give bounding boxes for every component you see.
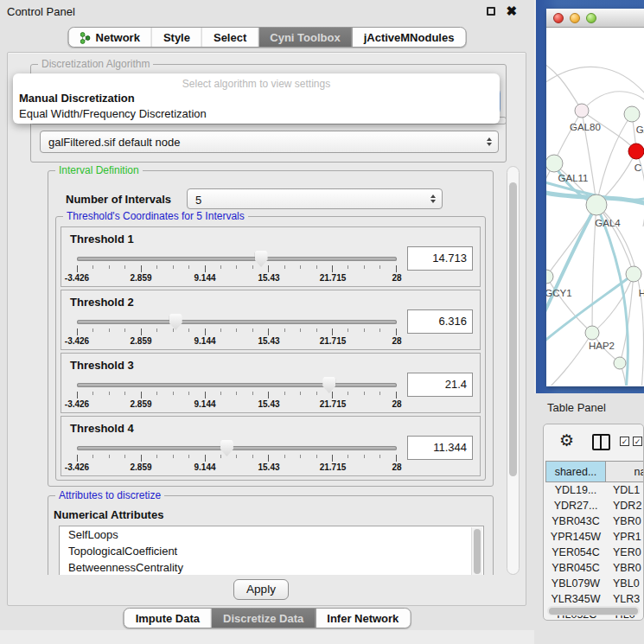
table-cell: YER054C [545,545,606,560]
checkbox-icon[interactable]: ✓ [620,437,629,446]
network-node-ga[interactable] [624,106,640,122]
network-node-hap2[interactable] [585,326,599,340]
network-edge[interactable] [546,277,592,333]
interval-definition-group-title: Interval Definition [55,166,143,176]
tab-select[interactable]: Select [202,28,258,47]
attributes-group: Attributes to discretize Numerical Attri… [48,495,494,575]
threshold-value-field[interactable]: 11.344 [407,436,473,460]
float-window-icon[interactable] [487,7,495,16]
network-edge[interactable] [596,114,632,205]
bottom-tab-label: Impute Data [136,612,200,625]
attributes-scrollbar[interactable] [471,527,482,575]
network-edge[interactable] [546,62,582,111]
threshold-slider[interactable]: -3.4262.8599.14415.4321.71528 [77,443,397,474]
table-cell: YBR0 [606,513,644,529]
tab-label: Style [163,31,190,44]
slider-track[interactable] [77,383,397,387]
algorithm-option-equal-width[interactable]: Equal Width/Frequency Discretization [13,105,500,121]
table-row[interactable]: YBR043CYBR0 [545,513,644,529]
threshold-list: Threshold 1-3.4262.8599.14415.4321.71528… [61,226,481,479]
network-node-label: GAL11 [558,173,589,183]
minimize-traffic-light-icon[interactable] [570,13,580,23]
bottom-tab-discretize-data[interactable]: Discretize Data [212,609,316,628]
tab-style[interactable]: Style [152,28,202,47]
slider-track[interactable] [77,320,397,324]
tab-jactivemnodules[interactable]: jActiveMNodules [353,28,466,47]
tab-label: Cyni Toolbox [270,31,340,44]
number-of-intervals-value: 5 [195,194,201,207]
close-traffic-light-icon[interactable] [553,13,564,23]
numerical-attributes-list[interactable]: SelfLoopsTopologicalCoefficientBetweenne… [59,526,484,575]
attribute-item-topologicalcoefficient[interactable]: TopologicalCoefficient [60,543,483,559]
table-panel-region: Table Panel ⚙ ✓ ✓ shared...naYDL19...YDL… [534,393,644,644]
network-node-gal11[interactable] [546,155,563,172]
table-row[interactable]: YDL19...YDL1 [545,482,644,498]
table-cell: YBR045C [545,560,606,576]
table-row[interactable]: YDR27...YDR2 [545,498,644,513]
slider-track[interactable] [77,257,397,261]
network-canvas[interactable]: GAL80GACGAL11GAL4GCY1HHAP2 [546,28,644,386]
bottom-tab-infer-network[interactable]: Infer Network [316,609,410,628]
tab-network[interactable]: Network [69,28,152,47]
network-node-gcy1[interactable] [546,270,553,284]
table-row[interactable]: YLR345WYLR3 [545,591,644,607]
table-cell: YDR2 [606,498,644,513]
threshold-value-field[interactable]: 14.713 [407,246,473,271]
number-of-intervals-combobox[interactable]: 5 [187,188,443,209]
interval-definition-group: Interval Definition Number of Intervals … [48,170,494,487]
numerical-attributes-label: Numerical Attributes [54,508,163,521]
table-data-value: galFiltered.sif default node [48,136,180,149]
bottom-tab-impute-data[interactable]: Impute Data [124,609,212,628]
table-row[interactable]: YER054CYER0 [545,545,644,560]
table-horizontal-scrollbar-thumb[interactable] [549,608,638,615]
tab-cyni-toolbox[interactable]: Cyni Toolbox [258,28,352,47]
network-node[interactable] [614,357,626,369]
slider-track[interactable] [77,446,397,450]
threshold-value-field[interactable]: 6.316 [407,309,473,334]
network-node-gal4[interactable] [586,194,607,215]
column-header-na[interactable]: na [606,461,644,482]
slider-ticks [77,265,397,272]
network-node-c[interactable] [628,143,644,159]
table-row[interactable]: YBL079WYBL0 [545,576,644,591]
table-data-combobox[interactable]: galFiltered.sif default node [40,131,499,153]
attributes-scrollbar-thumb[interactable] [474,529,481,574]
bottom-tab-label: Infer Network [327,612,399,625]
threshold-slider[interactable]: -3.4262.8599.14415.4321.71528 [77,253,397,284]
gear-icon[interactable]: ⚙ [559,430,574,450]
network-node-gal80[interactable] [575,104,589,118]
bottom-tab-label: Discretize Data [223,612,303,625]
main-scrollbar-thumb[interactable] [509,182,517,476]
threshold-value-field[interactable]: 21.4 [407,373,473,397]
threshold-slider[interactable]: -3.4262.8599.14415.4321.71528 [77,316,397,348]
network-edge-highlighted[interactable] [546,205,596,317]
column-header-shared[interactable]: shared... [545,461,606,482]
attribute-items: SelfLoopsTopologicalCoefficientBetweenne… [60,526,483,575]
table-horizontal-scrollbar[interactable] [547,606,640,615]
table-row[interactable]: YPR145WYPR1 [545,529,644,545]
table-cell: YLR345W [545,591,606,607]
threshold-slider[interactable]: -3.4262.8599.14415.4321.71528 [77,379,397,411]
table-row[interactable]: YBR045CYBR0 [545,560,644,576]
split-columns-icon[interactable] [592,434,610,450]
table-cell: YLR3 [606,591,644,607]
network-node-label: GA [636,124,644,135]
slider-tick-labels: -3.4262.8599.14415.4321.71528 [77,399,397,410]
algorithm-option-manual[interactable]: Manual Discretization [13,90,500,105]
network-edge[interactable] [546,163,554,244]
attribute-item-betweennesscentrality[interactable]: BetweennessCentrality [60,559,483,575]
combobox-arrows-icon [487,137,492,146]
control-panel-title: Control Panel [7,5,75,18]
close-icon[interactable]: ✖ [506,3,517,19]
network-edge[interactable] [546,333,592,386]
network-window-titlebar [546,9,644,28]
thresholds-group: Threshold's Coordinates for 5 Intervals … [55,216,486,481]
network-graph: GAL80GACGAL11GAL4GCY1HHAP2 [546,28,644,386]
combobox-arrows-icon [430,194,436,203]
apply-button[interactable]: Apply [233,579,289,600]
main-scrollbar[interactable] [507,166,520,575]
network-node-h[interactable] [626,266,641,282]
attribute-item-selfloops[interactable]: SelfLoops [60,526,483,543]
zoom-traffic-light-icon[interactable] [586,13,596,23]
checkbox-icon[interactable]: ✓ [633,437,642,446]
